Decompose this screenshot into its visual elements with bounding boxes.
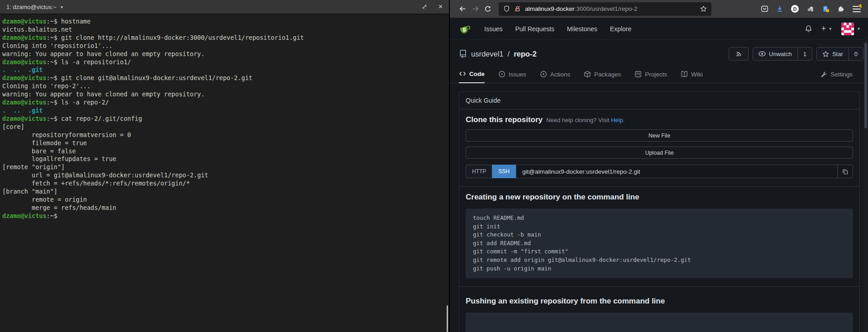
tab-projects[interactable]: Projects (634, 71, 667, 83)
tab-packages[interactable]: Packages (584, 71, 621, 83)
tab-settings[interactable]: Settings (820, 71, 853, 83)
url-host: almalinux9-docker (525, 5, 575, 12)
push-repo-code-block (466, 313, 853, 332)
tab-label: Issues (509, 71, 526, 78)
create-repo-code-block: touch README.md git init git checkout -b… (466, 209, 853, 278)
nav-pull-requests[interactable]: Pull Requests (515, 25, 554, 33)
user-menu[interactable]: ▼ (841, 23, 861, 35)
bookmark-star-icon[interactable] (700, 5, 707, 12)
clone-url-row: HTTP SSH git@almalinux9-docker:usrdevel1… (466, 165, 853, 178)
tab-issues[interactable]: Issues (498, 71, 526, 83)
extension-blobs-icon[interactable] (806, 5, 815, 13)
download-icon[interactable] (776, 5, 783, 13)
push-repo-heading: Pushing an existing repository from the … (466, 297, 853, 306)
repo-tabs: Code Issues Actions Packages Projects (450, 65, 868, 83)
quick-guide-header: Quick Guide (459, 92, 859, 109)
chevron-down-icon: ▼ (857, 27, 861, 31)
create-repo-heading: Creating a new repository on the command… (466, 193, 853, 202)
browser-toolbar: almalinux9-docker:3000/usrdevel1/repo-2 … (450, 0, 868, 18)
create-new-button[interactable]: +▼ (821, 24, 832, 33)
terminal-line: fetch = +refs/heads/*:refs/remotes/origi… (2, 180, 449, 188)
tab-label: Settings (830, 71, 853, 78)
clone-url-input-wrap: git@almalinux9-docker:usrdevel1/repo-2.g… (516, 165, 853, 178)
terminal-line: url = git@almalinux9-docker:usrdevel1/re… (2, 171, 449, 180)
unwatch-button-group: Unwatch 1 (753, 47, 812, 61)
repo-name-link[interactable]: repo-2 (514, 50, 536, 58)
help-link[interactable]: Help (611, 117, 623, 123)
terminal-close-icon[interactable]: × (439, 3, 443, 10)
tab-label: Projects (645, 71, 667, 78)
terminal-line: . .. .git (2, 66, 449, 74)
push-repo-section: Pushing an existing repository from the … (459, 286, 859, 332)
unwatch-button[interactable]: Unwatch (753, 47, 797, 60)
toolbar-extension-area: D (761, 5, 861, 13)
terminal-titlebar[interactable]: 1: dzamo@victus:~ ▾ × (0, 0, 449, 14)
terminal-line: merge = refs/heads/main (2, 204, 449, 212)
page-scrollbar-thumb[interactable] (864, 43, 867, 128)
terminal-scrollbar[interactable] (447, 305, 448, 332)
star-button[interactable]: Star (817, 47, 849, 60)
terminal-line: warning: You appear to have cloned an em… (2, 90, 449, 99)
copy-button[interactable] (837, 165, 853, 178)
terminal-line: dzamo@victus:~$ git clone http://almalin… (2, 34, 449, 42)
clone-help-text: Need help cloning? Visit Help. (546, 117, 625, 123)
chevron-down-icon: ▼ (828, 27, 832, 31)
rss-button[interactable] (729, 47, 749, 61)
repo-book-icon (459, 50, 467, 58)
url-path: :3000/usrdevel1/repo-2 (575, 5, 638, 12)
terminal-line: Cloning into 'repo-2'... (2, 82, 449, 90)
insecure-lock-icon[interactable] (514, 5, 521, 12)
screen: 1: dzamo@victus:~ ▾ × dzamo@victus:~$ ho… (0, 0, 868, 332)
back-button[interactable] (456, 3, 469, 15)
copy-icon (842, 168, 849, 175)
repo-owner-link[interactable]: usrdevel1 (471, 50, 504, 58)
notifications-bell-icon[interactable] (805, 25, 812, 33)
terminal-tab-title[interactable]: 1: dzamo@victus:~ (6, 4, 57, 10)
browser-window: almalinux9-docker:3000/usrdevel1/repo-2 … (450, 0, 868, 332)
clone-url-input[interactable]: git@almalinux9-docker:usrdevel1/repo-2.g… (516, 168, 837, 175)
star-label: Star (832, 51, 843, 57)
terminal-line: dzamo@victus:~$ ls -a repositorio1/ (2, 58, 449, 66)
extensions-puzzle-icon[interactable] (837, 5, 845, 13)
nav-explore[interactable]: Explore (610, 25, 631, 33)
gitea-logo[interactable] (458, 22, 472, 36)
nav-issues[interactable]: Issues (484, 25, 502, 33)
terminal-line: dzamo@victus:~$ hostname (2, 18, 449, 26)
tab-wiki[interactable]: Wiki (681, 71, 703, 83)
forward-button[interactable] (469, 3, 482, 15)
reload-button[interactable] (482, 3, 494, 15)
http-protocol-button[interactable]: HTTP (466, 165, 492, 178)
terminal-line: dzamo@victus:~$ cat repo-2/.git/config (2, 115, 449, 123)
menu-hamburger-icon[interactable] (853, 6, 861, 12)
avatar[interactable] (841, 23, 854, 35)
chevron-down-icon[interactable]: ▾ (61, 5, 63, 9)
repo-content: Quick Guide Clone this repository Need h… (450, 83, 868, 332)
create-repo-section: Creating a new repository on the command… (459, 186, 859, 286)
terminal-line: remote = origin (2, 196, 449, 204)
terminal-line: filemode = true (2, 139, 449, 147)
url-bar[interactable]: almalinux9-docker:3000/usrdevel1/repo-2 (499, 2, 711, 16)
terminal-output: dzamo@victus:~$ hostnamevictus.balaitus.… (0, 15, 449, 332)
tab-actions[interactable]: Actions (540, 71, 570, 83)
issue-icon (498, 71, 506, 78)
tab-code[interactable]: Code (459, 70, 485, 83)
extension-doc-clock-icon[interactable] (822, 5, 830, 13)
play-circle-icon (540, 71, 547, 78)
stars-count[interactable]: 0 (849, 47, 863, 60)
pocket-icon[interactable] (761, 5, 768, 13)
terminal-line: warning: You appear to have cloned an em… (2, 50, 449, 58)
terminal-line: [branch "main"] (2, 188, 449, 196)
watchers-count[interactable]: 1 (797, 47, 812, 60)
terminal-restore-icon[interactable] (421, 4, 428, 10)
terminal-line: dzamo@victus:~$ git clone git@almalinux9… (2, 74, 449, 82)
page-scrollbar[interactable] (863, 36, 868, 332)
extension-d-icon[interactable]: D (791, 5, 799, 13)
terminal-line: . .. .git (2, 107, 449, 115)
terminal-window: 1: dzamo@victus:~ ▾ × dzamo@victus:~$ ho… (0, 0, 449, 332)
url-text[interactable]: almalinux9-docker:3000/usrdevel1/repo-2 (525, 5, 637, 12)
new-file-button[interactable]: New File (466, 129, 853, 142)
nav-milestones[interactable]: Milestones (567, 25, 597, 33)
shield-icon[interactable] (503, 5, 510, 12)
ssh-protocol-button[interactable]: SSH (492, 165, 516, 178)
upload-file-button[interactable]: Upload File (466, 147, 853, 159)
